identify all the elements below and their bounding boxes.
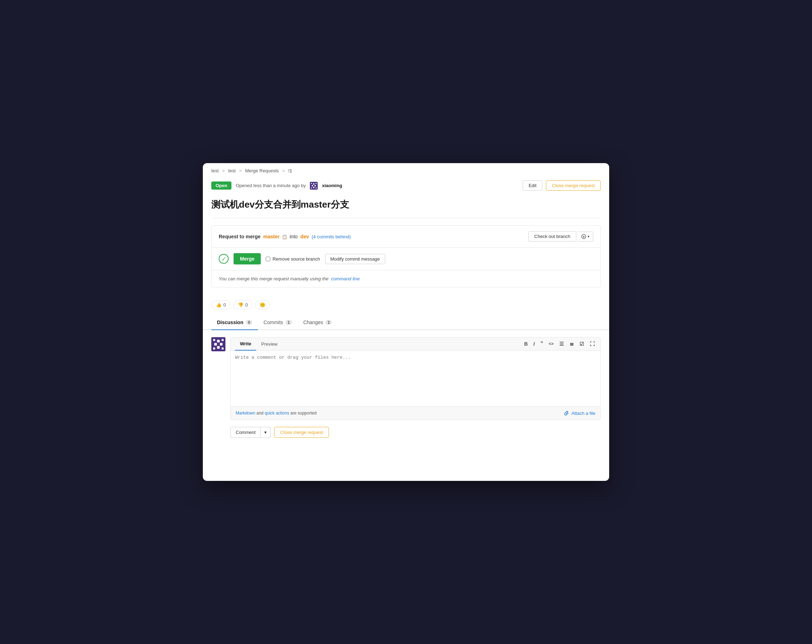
checkout-button[interactable]: Check out branch [528,231,576,242]
editor-footer-left: Markdown and quick actions are supported [236,411,317,416]
tab-changes-label: Changes [303,320,323,325]
thumbs-up-button[interactable]: 👍 0 [211,300,230,310]
checkout-dropdown-button[interactable]: ▾ [578,231,593,242]
current-user-avatar [211,337,226,351]
edit-button[interactable]: Edit [523,180,542,191]
footer-and: and [256,411,265,416]
merge-manual: You can merge this merge request manuall… [212,271,600,287]
tab-discussion-badge: 0 [246,320,252,325]
svg-rect-18 [221,347,224,350]
remove-source-label: Remove source branch [272,256,320,262]
merge-into-text: into [290,234,298,239]
comment-section: Write Preview B I " <> ☰ ≣ ☑ ⛶ [203,330,609,427]
merge-button[interactable]: Merge [234,253,261,265]
tab-discussion[interactable]: Discussion 0 [211,315,258,330]
close-mr-button-top[interactable]: Close merge request [546,180,601,191]
copy-icon[interactable]: 📋 [282,234,287,239]
markdown-link[interactable]: Markdown [236,411,255,416]
breadcrumb-test2[interactable]: test [228,168,236,174]
svg-rect-5 [311,183,312,184]
checkout-area: Check out branch ▾ [528,231,593,242]
tab-commits-badge: 1 [285,320,292,325]
svg-rect-13 [220,343,223,346]
comment-button[interactable]: Comment [230,427,261,438]
thumbs-down-icon: 👎 [238,302,243,308]
footer-suffix: are supported [290,411,317,416]
chevron-down-icon: ▾ [588,234,589,238]
tab-discussion-label: Discussion [217,320,243,325]
blockquote-button[interactable]: " [539,340,545,348]
breadcrumb-test1[interactable]: test [211,168,219,174]
tab-changes[interactable]: Changes 1 [298,315,337,330]
author-avatar [310,182,317,190]
bold-button[interactable]: B [523,340,529,347]
unordered-list-button[interactable]: ☰ [558,340,565,347]
manual-merge-text: You can merge this merge request manuall… [219,276,329,282]
preview-tab[interactable]: Preview [256,338,282,350]
svg-rect-15 [213,339,215,341]
commits-behind: (4 commits behind) [311,234,351,239]
write-tab[interactable]: Write [235,338,256,350]
chevron-down-icon-2: ▾ [264,430,267,435]
tab-commits-label: Commits [264,320,283,325]
svg-rect-7 [311,187,312,189]
thumbs-down-count: 0 [245,302,248,308]
emoji-button[interactable]: 🙂 [255,300,270,310]
modify-commit-button[interactable]: Modify commit message [325,254,385,264]
breadcrumb-merge-requests[interactable]: Merge Requests [245,168,279,174]
comment-textarea[interactable] [235,355,596,401]
thumbs-down-button[interactable]: 👎 0 [233,300,252,310]
author-name: xiaoming [322,183,342,188]
status-badge: Open [211,181,232,190]
ordered-list-button[interactable]: ≣ [568,340,575,347]
smiley-icon: 🙂 [260,302,266,308]
editor-body[interactable] [231,350,600,406]
svg-rect-14 [217,346,220,349]
svg-rect-1 [313,183,314,185]
attach-file-icon [563,410,569,416]
svg-rect-17 [213,347,215,350]
tabs-row: Discussion 0 Commits 1 Changes 1 [203,315,609,330]
header-row: Open Opened less than a minute ago by xi… [203,177,609,196]
quick-actions-link[interactable]: quick actions [265,411,289,416]
code-button[interactable]: <> [547,341,555,347]
merge-info-top: Request to merge master 📋 into dev (4 co… [212,225,600,248]
merge-check-icon: ✓ [219,254,229,264]
header-right: Edit Close merge request [523,180,601,191]
comment-actions: Comment ▾ Close merge request [222,427,609,446]
merge-actions-row: ✓ Merge Remove source branch Modify comm… [212,248,600,271]
page-title: 测试机dev分支合并到master分支 [203,196,609,218]
breadcrumb: test > test > Merge Requests > !1 [203,163,609,177]
attach-file-label[interactable]: Attach a file [571,411,595,416]
avatar-svg [211,337,226,351]
editor-toolbar: Write Preview B I " <> ☰ ≣ ☑ ⛶ [231,338,600,350]
editor-tools: B I " <> ☰ ≣ ☑ ⛶ [523,340,596,348]
svg-rect-3 [314,185,316,186]
merge-info-card: Request to merge master 📋 into dev (4 co… [211,225,601,288]
cloud-upload-icon [581,234,586,239]
remove-source-checkbox-label[interactable]: Remove source branch [266,256,320,262]
tab-commits[interactable]: Commits 1 [258,315,298,330]
task-list-button[interactable]: ☑ [578,340,586,347]
header-left: Open Opened less than a minute ago by xi… [211,181,342,190]
tab-changes-badge: 1 [325,320,332,325]
svg-rect-8 [316,187,317,189]
source-branch: master [263,234,279,239]
header-meta: Opened less than a minute ago by [236,183,306,188]
attach-file-area[interactable]: Attach a file [563,410,595,416]
comment-dropdown-button[interactable]: ▾ [261,427,271,438]
editor-tabs: Write Preview [235,338,283,350]
command-line-link[interactable]: command line [331,276,360,282]
remove-source-checkbox[interactable] [266,257,270,261]
svg-rect-16 [221,339,224,341]
italic-button[interactable]: I [532,340,536,347]
target-branch: dev [300,234,309,239]
svg-rect-6 [316,183,317,184]
thumbs-up-icon: 👍 [216,302,221,308]
breadcrumb-current: !1 [288,168,292,174]
thumbs-up-count: 0 [223,302,226,308]
close-mr-button-bottom[interactable]: Close merge request [274,427,329,438]
divider-1 [211,218,601,218]
merge-info-text: Request to merge master 📋 into dev (4 co… [219,234,351,239]
fullscreen-button[interactable]: ⛶ [588,340,596,347]
